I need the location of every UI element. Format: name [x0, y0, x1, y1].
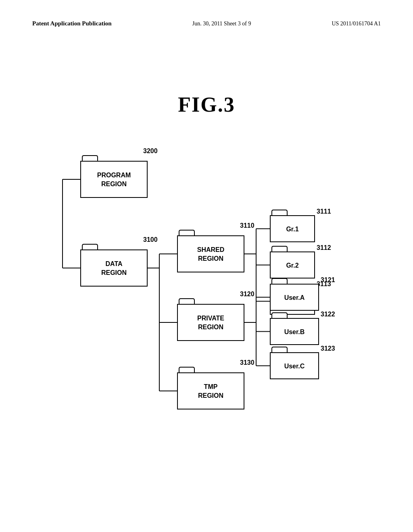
svg-rect-18 — [81, 161, 147, 197]
svg-text:REGION: REGION — [198, 392, 223, 399]
svg-text:3200: 3200 — [143, 148, 158, 154]
svg-rect-34 — [177, 373, 244, 409]
svg-text:3123: 3123 — [321, 345, 335, 352]
svg-text:User.A: User.A — [284, 294, 305, 301]
svg-text:PRIVATE: PRIVATE — [197, 315, 224, 322]
svg-rect-22 — [81, 250, 147, 286]
header-left: Patent Application Publication — [32, 20, 112, 27]
svg-text:Gr.1: Gr.1 — [286, 226, 298, 233]
svg-text:User.B: User.B — [284, 328, 305, 335]
svg-text:3111: 3111 — [317, 208, 331, 215]
page-header: Patent Application Publication Jun. 30, … — [0, 20, 413, 27]
diagram: PROGRAMREGION3200DATAREGION3100SHAREDREG… — [20, 133, 391, 480]
svg-text:REGION: REGION — [198, 324, 223, 330]
svg-text:3121: 3121 — [321, 276, 335, 283]
svg-text:PROGRAM: PROGRAM — [97, 172, 131, 179]
svg-text:SHARED: SHARED — [197, 246, 225, 253]
svg-text:REGION: REGION — [101, 269, 127, 276]
svg-text:3120: 3120 — [240, 291, 254, 297]
svg-text:3110: 3110 — [240, 222, 254, 229]
svg-text:3100: 3100 — [143, 236, 158, 243]
svg-text:REGION: REGION — [101, 181, 127, 187]
svg-text:DATA: DATA — [105, 260, 123, 267]
svg-text:User.C: User.C — [284, 363, 305, 370]
svg-text:Gr.2: Gr.2 — [286, 262, 298, 269]
svg-text:3122: 3122 — [321, 311, 335, 318]
svg-rect-26 — [177, 236, 244, 272]
svg-text:3112: 3112 — [317, 244, 331, 251]
svg-text:TMP: TMP — [204, 383, 218, 390]
svg-rect-30 — [177, 304, 244, 341]
svg-text:REGION: REGION — [198, 255, 223, 262]
header-center: Jun. 30, 2011 Sheet 3 of 9 — [192, 21, 251, 27]
header-right: US 2011/0161704 A1 — [332, 21, 381, 27]
figure-title: FIG.3 — [178, 93, 235, 116]
svg-text:3130: 3130 — [240, 359, 254, 366]
